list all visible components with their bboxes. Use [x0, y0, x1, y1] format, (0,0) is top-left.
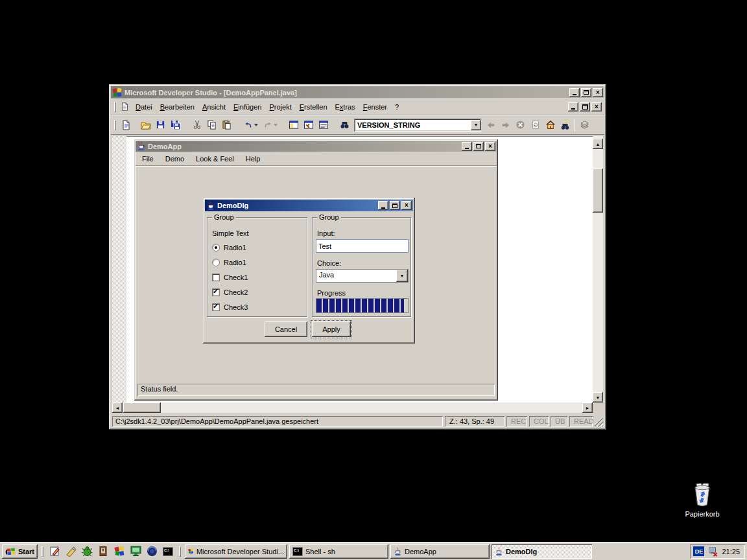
apply-button[interactable]: Apply — [312, 321, 351, 337]
open-file-icon[interactable] — [138, 118, 153, 132]
scroll-down-icon[interactable]: ▼ — [593, 392, 603, 402]
devstudio-titlebar[interactable]: Microsoft Developer Studio - [DemoAppPan… — [111, 86, 604, 99]
taskbar-button-demodlg[interactable]: DemoDlg — [492, 544, 592, 559]
quicklaunch-book-icon[interactable] — [96, 544, 110, 559]
paste-icon[interactable] — [219, 118, 234, 132]
demodlg-titlebar[interactable]: DemoDlg × — [205, 200, 413, 211]
save-all-icon[interactable] — [168, 118, 183, 132]
quicklaunch-brush-icon[interactable] — [64, 544, 78, 559]
check3-option[interactable]: ✓ Check3 — [212, 303, 248, 311]
radio-label: Radio1 — [224, 259, 246, 266]
checkbox-icon[interactable]: ✓ — [212, 303, 220, 311]
vscroll-thumb[interactable] — [593, 169, 603, 213]
offline-status-icon[interactable] — [707, 546, 718, 557]
menu-erstellen[interactable]: Erstellen — [296, 101, 331, 113]
hscroll-thumb[interactable] — [123, 402, 161, 413]
radio-icon[interactable] — [212, 259, 220, 266]
quicklaunch-globe-icon[interactable] — [145, 544, 159, 559]
menu-datei[interactable]: Datei — [132, 101, 156, 113]
start-button[interactable]: Start — [2, 544, 38, 559]
menu-bearbeiten[interactable]: Bearbeiten — [156, 101, 198, 113]
horizontal-scrollbar[interactable]: ◄ ► — [112, 402, 593, 413]
mdi-restore-button[interactable] — [580, 102, 590, 111]
input-field[interactable] — [316, 239, 409, 253]
check2-option[interactable]: ✓ Check2 — [212, 288, 248, 296]
quicklaunch-terminal-icon[interactable] — [128, 544, 143, 559]
minimize-button[interactable] — [378, 201, 388, 210]
mdi-close-button[interactable]: × — [591, 102, 602, 111]
demoapp-titlebar[interactable]: DemoApp × — [136, 141, 497, 152]
output-window-icon[interactable] — [316, 118, 331, 132]
checkbox-icon[interactable]: ✓ — [212, 288, 220, 296]
combo-dropdown-icon[interactable]: ▼ — [396, 270, 408, 282]
back-icon[interactable] — [483, 118, 498, 132]
search-icon[interactable]: ? — [558, 118, 573, 132]
minimize-button[interactable] — [569, 88, 580, 97]
mdi-document-icon[interactable] — [121, 102, 129, 111]
scroll-right-icon[interactable]: ► — [582, 402, 593, 413]
close-button[interactable]: × — [401, 201, 412, 210]
save-icon[interactable] — [153, 118, 168, 132]
quicklaunch-devstudio-icon[interactable] — [112, 544, 126, 559]
radio1-option[interactable]: Radio1 — [212, 244, 246, 251]
refresh-icon[interactable] — [528, 118, 543, 132]
version-combo[interactable]: VERSION_STRING ▼ — [354, 119, 481, 132]
choice-combo[interactable]: Java ▼ — [316, 269, 409, 283]
build-window-icon[interactable] — [301, 118, 316, 132]
menu-demo[interactable]: Demo — [161, 153, 188, 165]
forward-icon[interactable] — [498, 118, 513, 132]
find-in-files-icon[interactable] — [337, 118, 352, 132]
menu-projekt[interactable]: Projekt — [265, 101, 295, 113]
menu-look-and-feel[interactable]: Look & Feel — [192, 153, 238, 165]
recycle-bin-desktop-icon[interactable]: Papierkorb — [673, 484, 731, 518]
radio2-option[interactable]: Radio1 — [212, 259, 246, 266]
status-field: Status field. — [137, 384, 495, 396]
maximize-button[interactable] — [581, 88, 591, 97]
menu-einfuegen[interactable]: Einfügen — [230, 101, 265, 113]
maximize-button[interactable] — [390, 201, 400, 210]
band-gripper[interactable] — [114, 102, 116, 112]
workspace-window-icon[interactable] — [286, 118, 301, 132]
group-title: Group — [317, 213, 341, 221]
choice-value: Java — [316, 270, 396, 282]
menu-fenster[interactable]: Fenster — [359, 101, 391, 113]
checkbox-icon[interactable]: ✓ — [212, 274, 220, 281]
cut-icon[interactable] — [189, 118, 204, 132]
new-file-icon[interactable] — [118, 118, 133, 132]
taskbar-button-shell[interactable]: C:\ Shell - sh — [289, 544, 388, 559]
check1-option[interactable]: ✓ Check1 — [212, 274, 248, 281]
menu-help[interactable]: ? — [391, 101, 403, 113]
stop-icon[interactable] — [513, 118, 528, 132]
mdi-minimize-button[interactable] — [568, 102, 578, 111]
menu-file[interactable]: File — [138, 153, 158, 165]
maximize-button[interactable] — [473, 142, 484, 151]
close-button[interactable]: × — [593, 88, 603, 97]
redo-icon[interactable] — [260, 118, 279, 132]
cancel-button[interactable]: Cancel — [265, 321, 307, 337]
band-gripper[interactable] — [114, 120, 116, 130]
scroll-left-icon[interactable]: ◄ — [112, 402, 123, 413]
quicklaunch-cmd-icon[interactable]: C:\ — [161, 544, 175, 559]
undo-icon[interactable] — [241, 118, 260, 132]
msdn-books-icon[interactable] — [577, 118, 592, 132]
menu-ansicht[interactable]: Ansicht — [198, 101, 230, 113]
combo-dropdown-icon[interactable]: ▼ — [471, 120, 481, 130]
taskbar-button-devstudio[interactable]: Microsoft Developer Studi... — [185, 544, 287, 559]
copy-icon[interactable] — [204, 118, 219, 132]
menu-extras[interactable]: Extras — [331, 101, 359, 113]
resize-grip[interactable] — [595, 418, 603, 426]
minimize-button[interactable] — [462, 142, 472, 151]
quicklaunch-notes-icon[interactable] — [47, 544, 62, 559]
window-title: Microsoft Developer Studio - [DemoAppPan… — [124, 89, 567, 97]
taskbar-button-demoapp[interactable]: DemoApp — [390, 544, 490, 559]
radio-icon[interactable] — [212, 244, 220, 251]
scroll-up-icon[interactable]: ▲ — [593, 139, 603, 149]
close-button[interactable]: × — [485, 142, 495, 151]
home-icon[interactable] — [543, 118, 558, 132]
selection-margin[interactable] — [112, 136, 126, 402]
vertical-scrollbar[interactable]: ▲ ▼ — [593, 136, 603, 402]
menu-help[interactable]: Help — [242, 153, 265, 165]
windows-logo-icon — [5, 547, 16, 556]
keyboard-layout-indicator[interactable]: DE — [693, 546, 704, 556]
quicklaunch-bug-icon[interactable] — [80, 544, 94, 559]
